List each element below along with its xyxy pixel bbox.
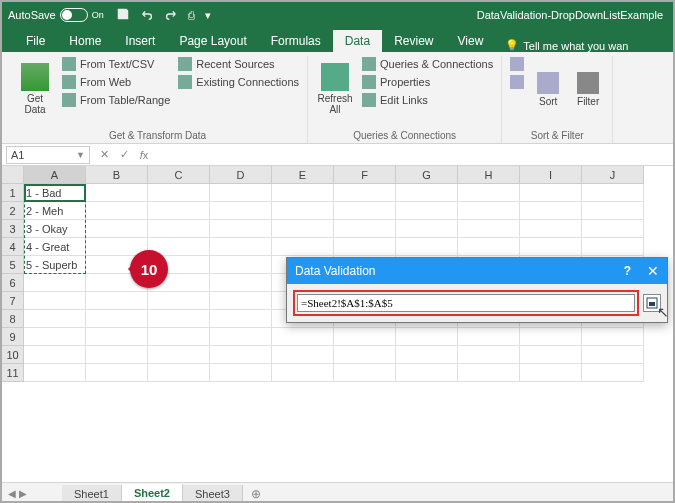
cell[interactable] (520, 220, 582, 238)
existing-conn-button[interactable]: Existing Connections (176, 74, 301, 90)
cell[interactable] (520, 202, 582, 220)
cell[interactable] (210, 202, 272, 220)
cell[interactable] (86, 202, 148, 220)
cell[interactable] (148, 346, 210, 364)
cell[interactable] (520, 346, 582, 364)
cell[interactable] (86, 364, 148, 382)
cell[interactable] (24, 346, 86, 364)
cell[interactable] (582, 238, 644, 256)
qat-icon[interactable]: ⎙ (188, 9, 195, 21)
cell[interactable] (272, 220, 334, 238)
row-header[interactable]: 2 (2, 202, 24, 220)
cell[interactable] (334, 202, 396, 220)
cell[interactable] (148, 364, 210, 382)
edit-links-button[interactable]: Edit Links (360, 92, 495, 108)
cell[interactable] (458, 184, 520, 202)
cell[interactable] (582, 184, 644, 202)
qat-icon[interactable]: ▾ (205, 9, 211, 22)
row-header[interactable]: 3 (2, 220, 24, 238)
cell[interactable]: 4 - Great (24, 238, 86, 256)
cell[interactable] (334, 328, 396, 346)
select-all-corner[interactable] (2, 166, 24, 184)
cell[interactable] (520, 238, 582, 256)
cell[interactable] (582, 220, 644, 238)
enter-icon[interactable]: ✓ (114, 148, 134, 161)
tab-review[interactable]: Review (382, 30, 445, 52)
add-sheet-icon[interactable]: ⊕ (251, 487, 261, 501)
cell[interactable] (396, 220, 458, 238)
col-header[interactable]: I (520, 166, 582, 184)
cell[interactable] (396, 238, 458, 256)
source-range-input[interactable] (297, 294, 635, 312)
col-header[interactable]: J (582, 166, 644, 184)
tab-file[interactable]: File (14, 30, 57, 52)
cell[interactable] (458, 346, 520, 364)
cell[interactable] (210, 274, 272, 292)
col-header[interactable]: D (210, 166, 272, 184)
cell[interactable] (24, 310, 86, 328)
col-header[interactable]: G (396, 166, 458, 184)
row-header[interactable]: 8 (2, 310, 24, 328)
cell[interactable] (272, 328, 334, 346)
sort-za-button[interactable] (508, 74, 526, 90)
cell[interactable] (86, 292, 148, 310)
cell[interactable] (148, 328, 210, 346)
cell[interactable] (272, 364, 334, 382)
row-header[interactable]: 7 (2, 292, 24, 310)
cell[interactable]: 3 - Okay (24, 220, 86, 238)
cell[interactable] (86, 346, 148, 364)
tab-formulas[interactable]: Formulas (259, 30, 333, 52)
tab-home[interactable]: Home (57, 30, 113, 52)
cell[interactable] (24, 328, 86, 346)
cell[interactable] (272, 184, 334, 202)
from-web-button[interactable]: From Web (60, 74, 172, 90)
queries-button[interactable]: Queries & Connections (360, 56, 495, 72)
refresh-all-button[interactable]: Refresh All (314, 56, 356, 122)
cell[interactable] (458, 220, 520, 238)
cell[interactable] (396, 346, 458, 364)
tell-me[interactable]: 💡 Tell me what you wan (505, 39, 628, 52)
row-header[interactable]: 6 (2, 274, 24, 292)
cell[interactable] (582, 346, 644, 364)
undo-icon[interactable] (140, 7, 154, 23)
formula-input[interactable] (154, 147, 673, 162)
cell[interactable] (334, 238, 396, 256)
cell[interactable] (334, 364, 396, 382)
cell[interactable] (272, 202, 334, 220)
cell[interactable] (210, 220, 272, 238)
cell[interactable] (24, 292, 86, 310)
col-header[interactable]: H (458, 166, 520, 184)
fx-icon[interactable]: fx (134, 149, 154, 161)
save-icon[interactable] (116, 7, 130, 23)
from-text-button[interactable]: From Text/CSV (60, 56, 172, 72)
cell[interactable] (210, 184, 272, 202)
tab-page-layout[interactable]: Page Layout (167, 30, 258, 52)
cell[interactable] (210, 292, 272, 310)
cell[interactable] (396, 202, 458, 220)
cell[interactable] (458, 364, 520, 382)
cell[interactable] (210, 238, 272, 256)
cell[interactable] (458, 202, 520, 220)
col-header[interactable]: A (24, 166, 86, 184)
properties-button[interactable]: Properties (360, 74, 495, 90)
cell[interactable] (458, 238, 520, 256)
cell[interactable] (272, 346, 334, 364)
col-header[interactable]: C (148, 166, 210, 184)
toggle-switch[interactable] (60, 8, 88, 22)
cell[interactable] (86, 310, 148, 328)
col-header[interactable]: F (334, 166, 396, 184)
cell[interactable] (334, 346, 396, 364)
name-box[interactable]: A1▼ (6, 146, 90, 164)
cell[interactable] (582, 328, 644, 346)
cell[interactable] (86, 184, 148, 202)
cell[interactable] (210, 328, 272, 346)
tab-data[interactable]: Data (333, 30, 382, 52)
cell[interactable] (334, 220, 396, 238)
sheet-nav[interactable]: ◀ ▶ (8, 488, 27, 499)
cell[interactable] (396, 364, 458, 382)
cell[interactable]: 1 - Bad (24, 184, 86, 202)
cell[interactable] (334, 184, 396, 202)
cell[interactable] (272, 238, 334, 256)
row-header[interactable]: 11 (2, 364, 24, 382)
filter-button[interactable]: Filter (570, 56, 606, 122)
